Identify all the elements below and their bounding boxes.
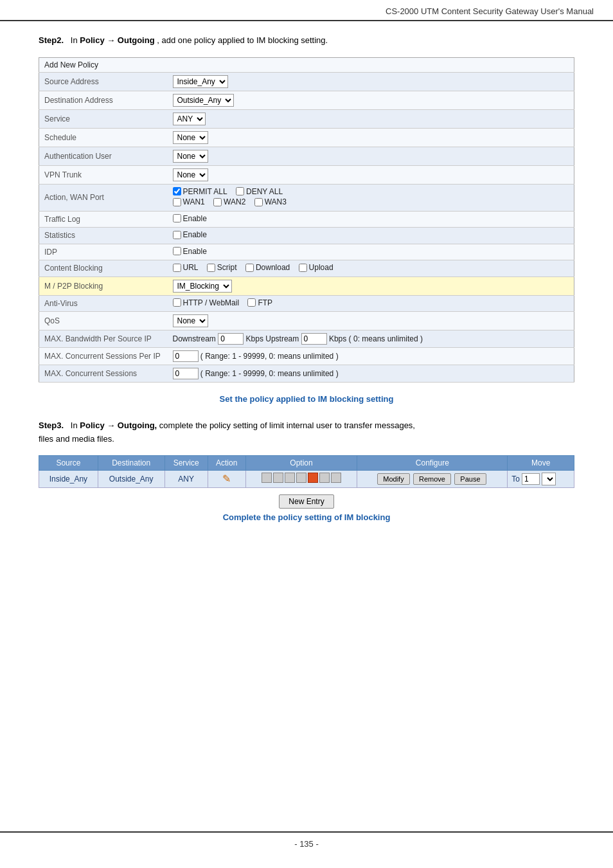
max-bandwidth-value: Downstream Kbps Upstream Kbps ( 0: means… xyxy=(168,330,574,348)
auth-user-select[interactable]: None xyxy=(173,150,208,163)
max-concurrent-per-ip-value: ( Range: 1 - 99999, 0: means unlimited ) xyxy=(168,348,574,365)
script-checkbox[interactable] xyxy=(207,264,215,272)
content-blocking-value: URL Script Download Upload xyxy=(168,260,574,277)
permit-all-checkbox[interactable] xyxy=(173,187,181,195)
policy-list-header: Source Destination Service Action Option… xyxy=(39,455,574,470)
option-icon-1 xyxy=(262,473,272,483)
traffic-log-value: Enable xyxy=(168,211,574,228)
wan1-checkbox[interactable] xyxy=(173,198,181,206)
step3-text: In xyxy=(71,420,80,430)
option-icon-5 xyxy=(308,473,318,483)
step3-number: Step3. xyxy=(39,420,64,430)
step2-number: Step2. xyxy=(39,35,64,45)
vpn-trunk-select[interactable]: None xyxy=(173,168,208,181)
col-option: Option xyxy=(245,455,357,470)
statistics-text: Enable xyxy=(183,230,207,239)
download-text: Download xyxy=(256,263,290,272)
service-select[interactable]: ANY xyxy=(173,113,206,125)
bandwidth-note: Kbps ( 0: means unlimited ) xyxy=(329,334,423,343)
vpn-trunk-value: None xyxy=(168,165,574,184)
anti-virus-label: Anti-Virus xyxy=(39,295,168,312)
traffic-log-checkbox[interactable] xyxy=(173,214,181,222)
idp-value: Enable xyxy=(168,244,574,260)
idp-checkbox[interactable] xyxy=(173,247,181,255)
move-cell: To ∨ xyxy=(508,470,574,487)
statistics-label: Statistics xyxy=(39,228,168,244)
anti-virus-row: Anti-Virus HTTP / WebMail FTP xyxy=(39,295,574,312)
move-cell-inner: To ∨ xyxy=(511,473,570,485)
action-wan-row: Action, WAN Port PERMIT ALL DENY ALL WAN… xyxy=(39,184,574,211)
source-address-value: Inside_Any xyxy=(168,72,574,91)
step3-text2: complete the policy setting of limit int… xyxy=(159,420,415,430)
max-concurrent-sessions-input[interactable] xyxy=(173,368,199,379)
remove-button[interactable]: Remove xyxy=(413,473,451,485)
table-header-row: Add New Policy xyxy=(39,57,574,72)
qos-select[interactable]: None xyxy=(173,314,208,327)
http-webmail-checkbox-label: HTTP / WebMail xyxy=(173,298,240,307)
wan2-checkbox[interactable] xyxy=(213,198,222,206)
pause-button[interactable]: Pause xyxy=(454,473,486,485)
modify-button[interactable]: Modify xyxy=(377,473,409,485)
option-icon-3 xyxy=(285,473,295,483)
schedule-label: Schedule xyxy=(39,128,168,147)
new-entry-button[interactable]: New Entry xyxy=(279,494,333,509)
caption2: Complete the policy setting of IM blocki… xyxy=(39,512,574,522)
page-footer: - 135 - xyxy=(0,831,613,855)
schedule-select[interactable]: None xyxy=(173,131,208,144)
upstream-input[interactable] xyxy=(301,333,327,345)
downstream-input[interactable] xyxy=(218,333,244,345)
url-checkbox[interactable] xyxy=(173,264,181,272)
source-address-select[interactable]: Inside_Any xyxy=(173,75,228,88)
option-icon-2 xyxy=(273,473,283,483)
destination-address-label: Destination Address xyxy=(39,91,168,109)
col-move: Move xyxy=(508,455,574,470)
ftp-checkbox-label: FTP xyxy=(247,298,272,307)
wan3-text: WAN3 xyxy=(265,197,287,206)
col-service: Service xyxy=(164,455,208,470)
wan1-checkbox-label: WAN1 xyxy=(173,197,205,206)
service-label: Service xyxy=(39,109,168,128)
mp2p-blocking-select[interactable]: IM_Blocking xyxy=(173,280,232,293)
step2-bold: Policy → Outgoing xyxy=(80,35,154,45)
max-bandwidth-label: MAX. Bandwidth Per Source IP xyxy=(39,330,168,348)
col-destination: Destination xyxy=(98,455,164,470)
download-checkbox[interactable] xyxy=(245,264,254,272)
traffic-log-row: Traffic Log Enable xyxy=(39,211,574,228)
max-concurrent-per-ip-note: ( Range: 1 - 99999, 0: means unlimited ) xyxy=(200,352,339,361)
traffic-log-text: Enable xyxy=(183,214,207,223)
wan3-checkbox-label: WAN3 xyxy=(254,197,287,206)
policy-list-row: Inside_Any Outside_Any ANY ✎ xyxy=(39,470,574,487)
option-icon-6 xyxy=(319,473,330,483)
mp2p-blocking-value: IM_Blocking xyxy=(168,276,574,295)
move-to-input[interactable] xyxy=(522,473,540,485)
option-icon-7 xyxy=(331,473,341,483)
row-destination: Outside_Any xyxy=(98,470,164,487)
content-blocking-row: Content Blocking URL Script Download Upl… xyxy=(39,260,574,277)
source-address-label: Source Address xyxy=(39,72,168,91)
idp-row: IDP Enable xyxy=(39,244,574,260)
wan2-text: WAN2 xyxy=(224,197,245,206)
header-title: CS-2000 UTM Content Security Gateway Use… xyxy=(386,6,594,16)
row-action[interactable]: ✎ xyxy=(208,470,245,487)
http-webmail-checkbox[interactable] xyxy=(173,298,181,307)
max-concurrent-sessions-label: MAX. Concurrent Sessions xyxy=(39,365,168,383)
max-concurrent-per-ip-row: MAX. Concurrent Sessions Per IP ( Range:… xyxy=(39,348,574,365)
ftp-checkbox[interactable] xyxy=(247,298,256,307)
wan3-checkbox[interactable] xyxy=(254,198,263,206)
option-icon-4 xyxy=(296,473,306,483)
max-bandwidth-row: MAX. Bandwidth Per Source IP Downstream … xyxy=(39,330,574,348)
deny-all-checkbox[interactable] xyxy=(236,187,244,195)
action-wan-label: Action, WAN Port xyxy=(39,184,168,211)
upload-checkbox[interactable] xyxy=(299,264,307,272)
mp2p-blocking-label: M / P2P Blocking xyxy=(39,276,168,295)
max-concurrent-per-ip-input[interactable] xyxy=(173,350,199,362)
move-direction-select[interactable]: ∨ xyxy=(542,473,556,485)
http-webmail-text: HTTP / WebMail xyxy=(183,298,240,307)
destination-address-select[interactable]: Outside_Any xyxy=(173,94,234,107)
permit-all-text: PERMIT ALL xyxy=(183,187,227,196)
script-checkbox-label: Script xyxy=(207,263,237,272)
page-header: CS-2000 UTM Content Security Gateway Use… xyxy=(0,0,613,21)
step2-text: In xyxy=(71,35,80,45)
traffic-log-label: Traffic Log xyxy=(39,211,168,228)
statistics-checkbox[interactable] xyxy=(173,231,181,239)
